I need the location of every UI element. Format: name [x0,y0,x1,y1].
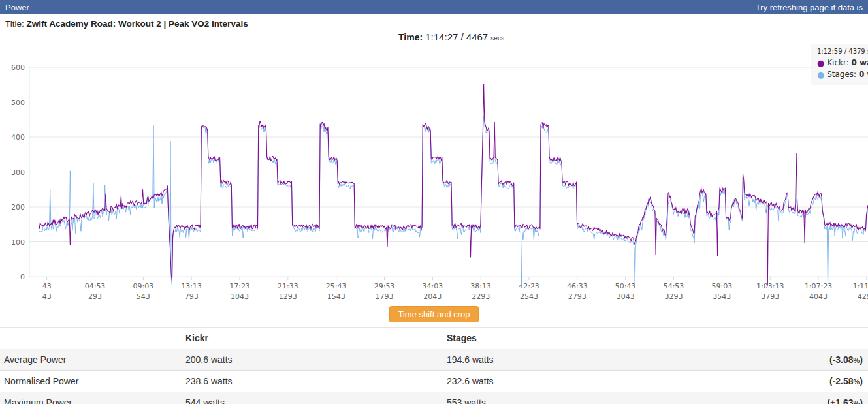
chart-tooltip: 1:12:59 / 4379 secs ● Kickr: 0 watts ● S… [811,44,868,85]
x-axis-label-hms: 46:33 [567,282,588,290]
table-row-maximum-power: Maximum Power 544 watts 553 watts (+1.63… [0,392,868,404]
x-axis-label-hms: 21:33 [278,282,298,290]
y-axis-label: 200 [11,203,25,211]
x-axis-label-secs: 1543 [327,292,346,301]
kickr-column-header: Kickr [180,328,442,349]
stats-header-row: Kickr Stages [0,328,868,349]
x-axis-label-hms: 09:03 [133,282,154,290]
power-chart-plot[interactable]: 0100200300400500600434304:5329309:035431… [0,46,868,303]
y-axis-label: 300 [11,168,25,177]
power-chart-section: 0100200300400500600434304:5329309:035431… [0,46,868,303]
kickr-series-dot-icon: ● [817,58,824,68]
stages-series-dot-icon: ● [817,70,824,80]
x-axis-label-secs: 1293 [279,292,297,301]
page-title: Power [5,3,29,12]
refresh-hint-text: Try refreshing page if data is [756,3,863,12]
x-axis-label-secs: 793 [185,292,199,301]
x-axis-label-secs: 1043 [231,292,249,301]
x-axis-label-secs: 2543 [520,292,538,301]
tooltip-kickr-row: ● Kickr: 0 watts [817,57,868,70]
power-stats-table: Kickr Stages Average Power 200.6 watts 1… [0,327,868,404]
y-axis-label: 500 [11,99,25,107]
x-axis-label-secs: 4293 [858,292,868,301]
tooltip-stages-row: ● Stages: 0 watts [817,69,868,82]
x-axis-label-secs: 43 [42,292,52,301]
x-axis-label-secs: 2043 [423,292,442,301]
tooltip-kickr-label: Kickr: [827,58,849,67]
time-value: 1:14:27 / 4467 [425,31,488,42]
tooltip-stages-label: Stages: [827,70,856,79]
metric-column-header [0,328,180,349]
x-axis-label-secs: 1793 [376,292,394,301]
kickr-value: 238.6 watts [180,371,442,392]
y-axis-label: 400 [11,133,25,142]
x-axis-label-hms: 43 [42,282,52,290]
x-axis-label-secs: 3043 [617,292,635,301]
x-axis-label-hms: 34:03 [423,282,443,290]
x-axis-label-hms: 25:43 [326,282,347,290]
x-axis-label-hms: 59:03 [712,282,733,290]
x-axis-label-secs: 293 [88,292,102,301]
y-axis-label: 600 [11,63,25,72]
metric-label: Maximum Power [0,392,180,404]
tooltip-time: 1:12:59 / 4379 secs [817,47,868,57]
x-axis-label-secs: 4043 [809,292,828,301]
x-axis-label-hms: 17:23 [229,282,250,290]
workout-title: Zwift Academy Road: Workout 2 | Peak VO2… [27,19,248,29]
chart-controls: Time shift and crop [0,303,868,327]
y-axis-label: 100 [11,238,25,247]
y-axis-label: 0 [20,273,25,281]
title-label: Title: [5,19,24,29]
time-row: Time: 1:14:27 / 4467 secs [398,31,504,42]
kickr-value: 544 watts [180,392,442,404]
delta-value: (+1.63%) [770,392,868,404]
x-axis-label-secs: 3293 [665,292,683,301]
stages-value: 553 watts [442,392,770,404]
metric-label: Normalised Power [0,371,180,392]
delta-value: (-2.58%) [770,371,868,392]
app-header-bar: Power Try refreshing page if data is [0,0,868,14]
stages-power-line [39,116,868,286]
kickr-value: 200.6 watts [180,349,442,371]
table-row-normalised-power: Normalised Power 238.6 watts 232.6 watts… [0,371,868,392]
stages-value: 232.6 watts [442,371,770,392]
x-axis-label-secs: 3543 [713,292,731,301]
x-axis-label-hms: 1:03:13 [756,282,784,290]
table-row-average-power: Average Power 200.6 watts 194.6 watts (-… [0,349,868,371]
power-compare-app: { "header": { "title": "Power", "hint": … [0,0,868,404]
tooltip-stages-value: 0 watts [859,70,868,79]
x-axis-label-secs: 3793 [761,292,779,301]
x-axis-label-hms: 13:13 [181,282,202,290]
workout-title-row: Title: Zwift Academy Road: Workout 2 | P… [5,19,248,29]
x-axis-label-hms: 1:11:33 [853,282,868,290]
x-axis-label-secs: 543 [137,292,150,301]
time-unit: secs [490,35,504,42]
meta-area: Title: Zwift Academy Road: Workout 2 | P… [0,14,868,46]
x-axis-label-hms: 29:53 [374,282,395,290]
x-axis-label-hms: 54:53 [664,282,684,290]
x-axis-label-secs: 2793 [568,292,587,301]
x-axis-label-hms: 04:53 [85,282,106,290]
stages-value: 194.6 watts [442,349,770,371]
x-axis-label-hms: 50:43 [615,282,636,290]
tooltip-kickr-value: 0 watts [852,58,868,67]
stages-column-header: Stages [442,328,770,349]
x-axis-label-hms: 38:13 [470,282,491,290]
metric-label: Average Power [0,349,180,371]
time-shift-and-crop-button[interactable]: Time shift and crop [389,306,478,322]
delta-column-header [770,328,868,349]
x-axis-label-secs: 2293 [472,292,490,301]
time-label: Time: [398,32,423,42]
delta-value: (-3.08%) [770,349,868,371]
